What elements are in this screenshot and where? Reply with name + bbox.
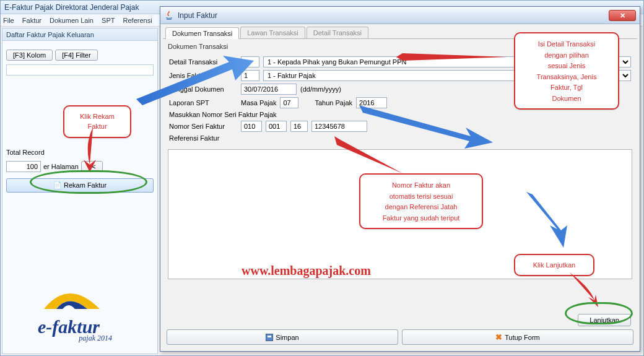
tanggal-dokumen-label: Tanggal Dokumen: [169, 85, 237, 93]
tanggal-format-hint: (dd/mm/yyyy): [300, 85, 341, 93]
menu-dokumen-lain[interactable]: Dokumen Lain: [50, 17, 94, 24]
detail-transaksi-label: Detail Transaksi: [169, 58, 237, 66]
watermark-text: www.lembagapajak.com: [242, 264, 371, 278]
dialog-title: Input Faktur: [178, 11, 217, 20]
menu-spt[interactable]: SPT: [102, 17, 115, 24]
masa-pajak-input[interactable]: [280, 97, 298, 108]
simpan-button[interactable]: Simpan: [167, 329, 398, 345]
tanggal-dokumen-input[interactable]: [241, 84, 297, 95]
referensi-faktur-label: Referensi Faktur: [169, 134, 219, 142]
callout-nomor: Nomor Faktur akan otomatis terisi sesuai…: [359, 173, 483, 229]
callout-rekam: Klik Rekam Faktur: [63, 105, 131, 138]
tab-detail-transaksi[interactable]: Detail Transaksi: [307, 27, 368, 38]
menu-referensi[interactable]: Referensi: [123, 17, 152, 24]
nsf-part-1[interactable]: [241, 121, 262, 132]
grid-placeholder: [6, 64, 154, 76]
tahun-pajak-label: Tahun Pajak: [315, 99, 352, 106]
jenis-faktur-code[interactable]: [241, 70, 259, 81]
masa-pajak-label: Masa Pajak: [241, 99, 276, 106]
dialog-titlebar[interactable]: Input Faktur ✕: [160, 7, 640, 24]
nsf-part-2[interactable]: [266, 121, 287, 132]
callout-lanjutkan: Klik Lanjutkan: [514, 254, 594, 276]
logo-umbrella-icon: [25, 284, 112, 315]
filter-button[interactable]: [F4] Filter: [55, 50, 97, 61]
nsf-label: Nomor Seri Faktur: [169, 123, 237, 130]
nsf-part-3[interactable]: [290, 121, 308, 132]
save-icon: [266, 334, 273, 341]
tab-dokumen-transaksi[interactable]: Dokumen Transaksi: [165, 27, 239, 39]
tab-lawan-transaksi[interactable]: Lawan Transaksi: [240, 27, 305, 38]
menu-file[interactable]: File: [3, 17, 14, 24]
dialog-close-button[interactable]: ✕: [609, 10, 636, 21]
nsf-part-4[interactable]: [311, 121, 367, 132]
jenis-faktur-label: Jenis Faktur: [169, 72, 237, 79]
lanjutkan-button[interactable]: Lanjutkan: [578, 314, 631, 326]
kolom-button[interactable]: [F3] Kolom: [6, 50, 53, 61]
detail-transaksi-code[interactable]: [241, 56, 259, 67]
java-icon: [164, 11, 174, 20]
callout-detail: Isi Detail Transaksi dengan pilihan sesu…: [514, 32, 619, 110]
nsf-instruction: Masukkan Nomor Seri Faktur Pajak: [169, 111, 277, 118]
total-record-label: Total Record: [6, 149, 45, 156]
per-page-label: er Halaman: [43, 163, 79, 170]
close-icon: ✖: [495, 332, 502, 342]
rekam-faktur-button[interactable]: 📄 Rekam Faktur: [6, 178, 154, 193]
side-panel-title: Daftar Faktur Pajak Keluaran: [2, 28, 157, 41]
tutup-form-button[interactable]: ✖Tutup Form: [402, 329, 633, 345]
efaktur-logo: e-faktur pajak 2014: [25, 284, 112, 343]
pager-prev-button[interactable]: <<: [81, 161, 103, 172]
laporan-spt-label: Laporan SPT: [169, 99, 237, 106]
tahun-pajak-input[interactable]: [356, 97, 387, 108]
per-page-input[interactable]: [6, 161, 41, 172]
document-icon: 📄: [53, 181, 62, 189]
menu-faktur[interactable]: Faktur: [22, 17, 41, 24]
